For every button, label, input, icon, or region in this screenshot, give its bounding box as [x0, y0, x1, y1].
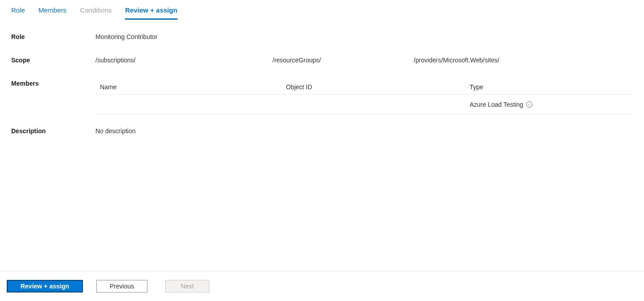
scope-label: Scope — [11, 57, 95, 64]
members-table-container: Name Object ID Type Azure Load Testing i — [95, 80, 633, 115]
tab-review-assign[interactable]: Review + assign — [125, 4, 177, 20]
role-label: Role — [11, 33, 95, 40]
members-row: Members Name Object ID Type Azure Load T… — [11, 80, 633, 115]
role-value: Monitoring Contributor — [95, 33, 633, 40]
cell-type: Azure Load Testing i — [470, 101, 628, 108]
review-assign-button[interactable]: Review + assign — [7, 280, 83, 292]
members-table-header: Name Object ID Type — [95, 80, 633, 95]
description-label: Description — [11, 127, 95, 135]
col-header-type: Type — [470, 83, 628, 91]
tab-role[interactable]: Role — [11, 4, 25, 20]
description-value: No description — [95, 127, 633, 135]
previous-button[interactable]: Previous — [96, 280, 147, 292]
members-table: Name Object ID Type Azure Load Testing i — [95, 80, 633, 115]
description-row: Description No description — [11, 127, 633, 135]
table-row: Azure Load Testing i — [95, 95, 633, 115]
cell-type-text: Azure Load Testing — [470, 101, 523, 108]
scope-providers: /providers/Microsoft.Web/sites/ — [414, 57, 633, 64]
members-label: Members — [11, 80, 95, 87]
scope-subscriptions: /subscriptions/ — [95, 57, 272, 64]
scope-value: /subscriptions/ /resourceGroups/ /provid… — [95, 57, 633, 64]
tab-bar: Role Members Conditions Review + assign — [0, 0, 644, 20]
scope-row: Scope /subscriptions/ /resourceGroups/ /… — [11, 57, 633, 64]
scope-resource-groups: /resourceGroups/ — [272, 57, 414, 64]
tab-conditions[interactable]: Conditions — [80, 4, 112, 20]
col-header-name: Name — [100, 83, 286, 91]
tab-members[interactable]: Members — [39, 4, 67, 20]
col-header-object-id: Object ID — [286, 83, 470, 91]
cell-object-id — [286, 101, 470, 108]
role-row: Role Monitoring Contributor — [11, 33, 633, 40]
cell-name — [100, 101, 286, 108]
info-icon[interactable]: i — [526, 101, 532, 108]
review-content: Role Monitoring Contributor Scope /subsc… — [0, 20, 644, 135]
next-button: Next — [165, 280, 209, 292]
footer-bar: Review + assign Previous Next — [0, 271, 644, 301]
